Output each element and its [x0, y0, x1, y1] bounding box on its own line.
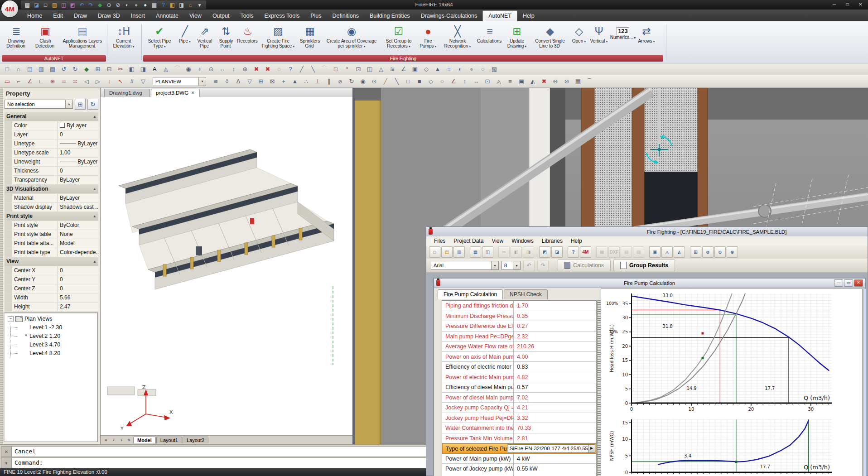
property-row[interactable]: Layer 0 ▲ [5, 130, 98, 139]
property-value[interactable]: 0 [58, 130, 98, 139]
result-value[interactable]: 2.81 [514, 433, 596, 443]
property-row[interactable]: Print style ByColor ▲ [5, 221, 98, 230]
toolbar-icon[interactable]: ◇ [421, 64, 432, 74]
toolbar-icon[interactable]: ⊞ [92, 64, 103, 74]
property-value[interactable]: ——— ByLayer [58, 139, 98, 148]
set-group-receptors-button[interactable]: ☑ Set Group to Receptors▾ [381, 22, 417, 56]
layout-tab[interactable]: Layout1 [156, 437, 182, 443]
tree-level-item[interactable]: Level:1 -2.30 [4, 323, 97, 332]
property-row[interactable]: Color ByLayer ▲ [5, 121, 98, 130]
property-value[interactable]: ByLayer [58, 121, 98, 130]
property-row[interactable]: Height 2.47 ▲ [5, 303, 98, 312]
property-value[interactable]: 2.47 [58, 303, 98, 311]
toolbar-icon[interactable]: ◭ [527, 76, 538, 87]
arrows-button[interactable]: ⇄ Arrows▾ [636, 22, 657, 56]
layout-tab[interactable]: Model [133, 437, 156, 443]
dialog-tab[interactable]: Fire Pump Calculation [438, 289, 503, 299]
property-row[interactable]: Material ByLayer ▲ [5, 194, 98, 203]
ribbon-tab[interactable]: Output [207, 11, 235, 21]
ribbon-tab[interactable]: Annotate [150, 11, 184, 21]
toolbar-icon[interactable]: + [194, 64, 205, 74]
tree-root[interactable]: − Plan Views [4, 313, 97, 323]
render-shaded-icon[interactable]: ◐ [123, 1, 131, 9]
ribbon-tab[interactable]: Home [22, 11, 48, 21]
property-row[interactable]: Transparency ByLayer ▲ [5, 176, 98, 185]
toolbar-icon[interactable]: ╲ [391, 76, 402, 87]
receptors-button[interactable]: ♨ Receptors [236, 22, 259, 56]
help-icon[interactable]: ? [159, 1, 167, 9]
toolbar-icon[interactable]: ⊞ [256, 76, 266, 87]
tree-level-item[interactable]: Level:4 8.20 [4, 349, 97, 357]
ribbon-tab[interactable]: Draw 3D [92, 11, 125, 21]
toolbar-icon[interactable]: ≡ [505, 76, 516, 87]
toolbar-icon[interactable]: ↔ [217, 64, 228, 74]
toolbar-icon[interactable]: # [126, 76, 137, 87]
toolbar-icon[interactable]: ⊥ [312, 76, 323, 87]
pipe-button[interactable]: ╱ Pipe▾ [176, 22, 194, 56]
toolbar-icon[interactable]: ○ [477, 64, 488, 74]
property-row[interactable]: Center Z 0 ▲ [5, 284, 98, 293]
ribbon-tab[interactable]: Building Entities [364, 11, 415, 21]
property-row[interactable]: Print style ▲ [5, 212, 98, 221]
result-value[interactable]: 1.70 [514, 301, 596, 311]
zoom-out-icon[interactable]: ⊖ [714, 246, 726, 258]
property-row[interactable]: Print style table None ▲ [5, 230, 98, 239]
layout-nav-button[interactable]: « [102, 438, 110, 442]
network-recognition-button[interactable]: ╳ Network Recognition▾ [439, 22, 476, 56]
toolbar-icon[interactable]: ╱ [296, 64, 307, 74]
collapse-icon[interactable]: ▲ [91, 112, 98, 121]
property-row[interactable]: Center X 0 ▲ [5, 266, 98, 275]
toolbar-icon[interactable]: ▦ [47, 64, 58, 74]
select-icon[interactable]: ▣ [649, 246, 661, 258]
property-row[interactable]: Thickness 0 ▲ [5, 167, 98, 176]
font-select[interactable]: Arial ▾ [431, 261, 499, 270]
toolbar-icon[interactable]: □ [2, 64, 13, 74]
result-value[interactable]: 4.82 [514, 372, 596, 382]
property-row[interactable]: Print table atta... Model ▲ [5, 239, 98, 248]
dialog-restore-button[interactable]: ▭ [844, 279, 853, 287]
toolbar-icon[interactable]: ▲ [432, 64, 443, 74]
toolbar-icon[interactable]: ● [466, 64, 477, 74]
toolbar-icon[interactable]: ↓ [104, 76, 115, 87]
4m-logo-icon[interactable]: 4M [580, 246, 591, 258]
toolbar-icon[interactable] [686, 247, 689, 257]
new-file-icon[interactable]: □ [429, 246, 440, 258]
property-row[interactable]: General ▲ [5, 112, 98, 121]
coverage-area-button[interactable]: ◉ Create Area of Coverage per sprinkler▾ [323, 22, 381, 56]
save-icon[interactable]: ◫ [60, 1, 68, 9]
property-value[interactable]: Model [58, 239, 98, 248]
toolbar-icon[interactable]: ◁ [81, 76, 92, 87]
group-results-button[interactable]: Group Results [613, 260, 675, 271]
undo-icon[interactable]: ↶ [78, 1, 86, 9]
property-value[interactable]: 0 [58, 167, 98, 175]
toolbar-icon[interactable]: ▤ [24, 64, 35, 74]
toolbar-icon[interactable]: ▥ [36, 64, 47, 74]
toolbar-icon[interactable]: ▭ [2, 76, 13, 87]
ribbon-tab[interactable]: AutoNET [482, 10, 517, 21]
grid-icon[interactable]: ▩ [596, 246, 608, 258]
tree-level-item[interactable]: *Level:2 1.20 [4, 332, 97, 340]
toolbar-icon[interactable]: ↖ [115, 76, 126, 87]
orbit-icon[interactable]: ◬ [661, 246, 673, 258]
fire-pumps-button[interactable]: ● Fire Pumps▾ [417, 22, 439, 56]
ribbon-tab[interactable]: Plus [305, 11, 327, 21]
toolbar-icon[interactable]: ⊖ [550, 76, 561, 87]
save-as-icon[interactable]: ◩ [69, 1, 77, 9]
toolbar-icon[interactable]: ≍ [70, 76, 81, 87]
toolbar-icon[interactable]: ⌒ [584, 76, 595, 87]
toolbar-icon[interactable]: ∆ [233, 76, 244, 87]
redo-icon[interactable]: ↷ [537, 260, 549, 271]
pump-type-expand-button[interactable]: ▶ [588, 445, 595, 452]
toolbar-icon[interactable]: ≋ [387, 64, 398, 74]
print-icon[interactable]: ▦ [150, 1, 158, 9]
toolbar-icon[interactable]: ▦ [573, 76, 583, 87]
property-value[interactable]: Color-depende... [58, 248, 98, 257]
open-file-icon[interactable]: ▤ [441, 246, 453, 258]
numerics-button[interactable]: 123 Numerics...▾ [610, 22, 636, 56]
property-row[interactable]: Lineweight ——— ByLayer ▲ [5, 158, 98, 167]
tree-expander-icon[interactable]: − [8, 316, 14, 322]
layout-icon[interactable]: ◧ [169, 1, 176, 9]
toolbar-icon[interactable]: ◇ [425, 76, 436, 87]
export-icon[interactable]: ◪ [551, 246, 563, 258]
property-row[interactable]: Linetype scale 1.00 ▲ [5, 149, 98, 158]
